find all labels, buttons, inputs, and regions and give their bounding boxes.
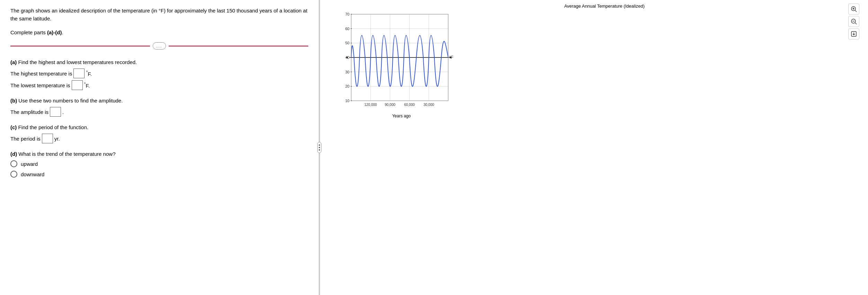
zoom-in-button[interactable] [848, 3, 859, 15]
highest-temp-suffix: °F. [86, 70, 92, 77]
lowest-temp-suffix: °F. [84, 82, 90, 89]
period-label: The period is [10, 136, 41, 142]
period-input[interactable] [42, 134, 53, 143]
svg-text:60,000: 60,000 [404, 103, 415, 107]
divider-line-left [10, 46, 150, 46]
highest-temp-input[interactable] [73, 69, 85, 78]
complete-parts-text: Complete parts (a)-(d). [10, 29, 308, 35]
svg-line-5 [855, 23, 857, 24]
chart-wrapper: 70 60 50 40 30 20 10 °F 120,000 90,000 6… [330, 11, 861, 118]
svg-line-1 [855, 10, 857, 12]
radio-circle-downward[interactable] [10, 171, 17, 178]
lowest-temp-input[interactable] [72, 80, 83, 90]
svg-text:50: 50 [345, 41, 349, 45]
chart-toolbar [848, 3, 859, 39]
period-line: The period is yr. [10, 134, 308, 143]
highest-temp-label: The highest temperature is [10, 71, 72, 77]
x-axis-label: Years ago [348, 114, 455, 118]
left-panel: The graph shows an idealized description… [0, 0, 319, 295]
chart-title: Average Annual Temperature (Idealized) [348, 3, 861, 9]
right-panel: Average Annual Temperature (Idealized) [320, 0, 868, 295]
svg-text:10: 10 [345, 99, 349, 103]
amplitude-suffix: . [62, 109, 64, 115]
radio-downward[interactable]: downward [10, 171, 308, 178]
radio-circle-upward[interactable] [10, 160, 17, 167]
amplitude-line: The amplitude is . [10, 107, 308, 117]
amplitude-label: The amplitude is [10, 109, 48, 115]
svg-text:30: 30 [345, 70, 349, 74]
period-suffix: yr. [54, 136, 60, 142]
chart-svg-container: 70 60 50 40 30 20 10 °F 120,000 90,000 6… [330, 11, 455, 118]
part-b-title: (b) Use these two numbers to find the am… [10, 98, 308, 104]
divider-line-right [169, 46, 308, 46]
svg-text:120,000: 120,000 [364, 103, 377, 107]
intro-text: The graph shows an idealized description… [10, 7, 308, 23]
chart-area: Average Annual Temperature (Idealized) [327, 3, 861, 118]
highest-temp-line: The highest temperature is °F. [10, 69, 308, 78]
export-button[interactable] [848, 28, 859, 39]
horizontal-divider: ... [10, 42, 308, 50]
lowest-temp-label: The lowest temperature is [10, 82, 70, 88]
radio-downward-label: downward [21, 171, 44, 177]
svg-text:30,000: 30,000 [424, 103, 434, 107]
divider-dots[interactable]: ... [153, 42, 166, 50]
svg-text:20: 20 [345, 84, 349, 88]
lowest-temp-line: The lowest temperature is °F. [10, 80, 308, 90]
radio-upward-label: upward [21, 161, 38, 167]
zoom-out-button[interactable] [848, 16, 859, 27]
section-a: (a) Find the highest and lowest temperat… [10, 59, 308, 90]
section-d: (d) What is the trend of the temperature… [10, 151, 308, 178]
section-b: (b) Use these two numbers to find the am… [10, 98, 308, 117]
svg-text:90,000: 90,000 [385, 103, 396, 107]
radio-upward[interactable]: upward [10, 160, 308, 167]
part-d-title: (d) What is the trend of the temperature… [10, 151, 308, 157]
section-c: (c) Find the period of the function. The… [10, 124, 308, 143]
trend-radio-group: upward downward [10, 160, 308, 178]
chart-svg: 70 60 50 40 30 20 10 °F 120,000 90,000 6… [330, 11, 455, 111]
svg-text:60: 60 [345, 27, 349, 31]
amplitude-input[interactable] [50, 107, 61, 117]
part-c-title: (c) Find the period of the function. [10, 124, 308, 130]
part-a-title: (a) Find the highest and lowest temperat… [10, 59, 308, 65]
svg-text:70: 70 [345, 12, 349, 16]
